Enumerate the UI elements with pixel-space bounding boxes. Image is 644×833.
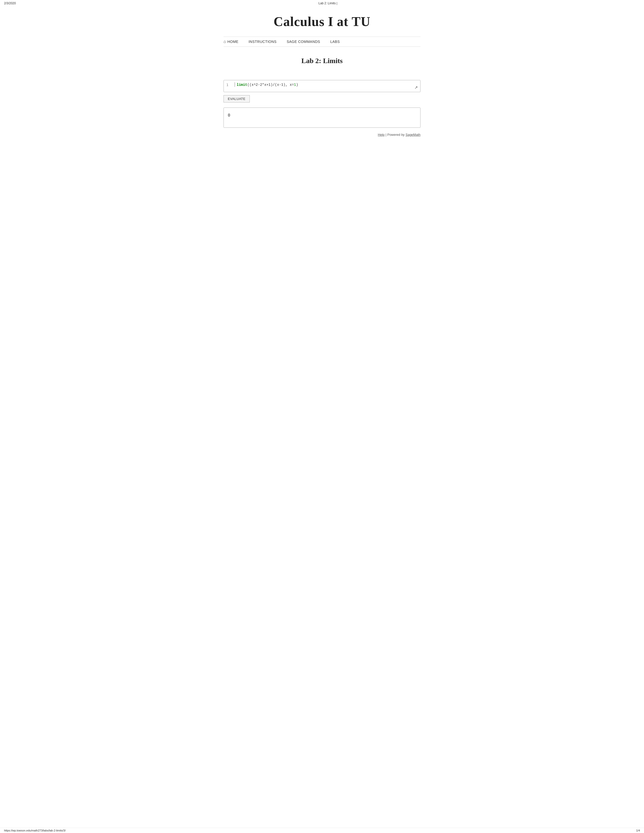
- page-title-block: Lab 2: Limits: [224, 57, 420, 65]
- help-link[interactable]: Help: [378, 133, 385, 137]
- nav-item-sage-commands[interactable]: SAGE COMMANDS: [287, 40, 320, 43]
- home-icon: ⌂: [224, 39, 226, 44]
- nav-labs-label: LABS: [330, 40, 340, 43]
- code-paren-open: ((x^2-2*x+1)/(x-1), x=: [247, 83, 294, 87]
- date-label: 2/3/2020: [4, 2, 16, 5]
- code-number: 1: [294, 83, 296, 87]
- sagemath-link[interactable]: SageMath: [406, 133, 420, 137]
- nav-home-label: HOME: [227, 40, 238, 43]
- code-paren-close: ): [296, 83, 298, 87]
- page-wrapper: Calculus I at TU ⌂ HOME INSTRUCTIONS SAG…: [219, 6, 425, 828]
- code-content: limit((x^2-2*x+1)/(x-1), x=1): [237, 83, 298, 87]
- output-value: 0: [228, 113, 230, 117]
- expand-icon[interactable]: ↗: [414, 85, 418, 90]
- status-page-number: 1/4: [636, 829, 640, 832]
- line-number: 1: [226, 82, 230, 87]
- nav-item-instructions[interactable]: INSTRUCTIONS: [248, 40, 277, 43]
- status-url: https://wp.towson.edu/math273/labs/lab-2…: [4, 829, 66, 832]
- nav-instructions-label: INSTRUCTIONS: [248, 40, 277, 43]
- code-border: limit((x^2-2*x+1)/(x-1), x=1): [234, 82, 298, 87]
- nav-item-labs[interactable]: LABS: [330, 40, 340, 43]
- cell-footer: Help | Powered by SageMath: [224, 133, 420, 137]
- sage-input-cell[interactable]: 1 limit((x^2-2*x+1)/(x-1), x=1) ↗: [224, 80, 420, 92]
- site-title: Calculus I at TU: [224, 14, 420, 29]
- evaluate-button[interactable]: EVALUATE: [224, 95, 250, 103]
- output-cell: 0: [224, 108, 420, 128]
- tab-title: Lab 2: Limits |: [319, 2, 337, 5]
- status-bar: https://wp.towson.edu/math273/labs/lab-2…: [0, 828, 644, 833]
- nav-sage-commands-label: SAGE COMMANDS: [287, 40, 320, 43]
- page-title: Lab 2: Limits: [224, 57, 420, 65]
- top-bar: 2/3/2020 Lab 2: Limits |: [0, 0, 644, 6]
- sage-cell-inner: 1 limit((x^2-2*x+1)/(x-1), x=1): [224, 80, 420, 92]
- code-keyword-limit: limit: [237, 83, 247, 87]
- nav-item-home[interactable]: ⌂ HOME: [224, 39, 238, 44]
- site-title-block: Calculus I at TU: [224, 14, 420, 29]
- powered-by-text: | Powered by: [385, 133, 404, 137]
- navigation: ⌂ HOME INSTRUCTIONS SAGE COMMANDS LABS: [224, 37, 420, 47]
